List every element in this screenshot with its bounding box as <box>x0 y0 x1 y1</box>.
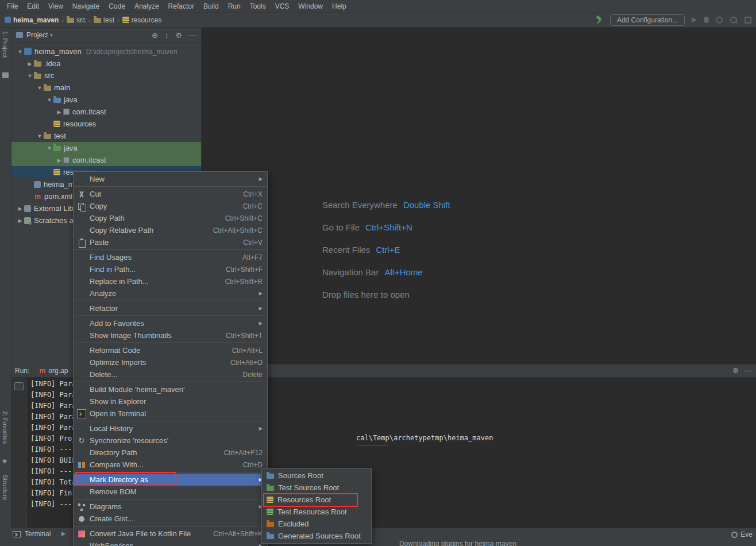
context-menu-item-convert-to-kotlin[interactable]: Convert Java File to Kotlin File Ctrl+Al… <box>74 528 267 540</box>
tree-item-idea[interactable]: ▶ .idea <box>11 57 201 70</box>
build-hammer-icon[interactable] <box>594 16 603 25</box>
breadcrumb-test[interactable]: test <box>94 16 114 24</box>
menu-run[interactable]: Run <box>223 2 245 10</box>
event-log-button[interactable]: Eve <box>731 530 753 539</box>
submenu-item-sources-root[interactable]: Sources Root <box>262 470 371 482</box>
menu-window[interactable]: Window <box>294 2 327 10</box>
context-menu-item-analyze[interactable]: Analyze ▶ <box>74 287 267 299</box>
menu-vcs[interactable]: VCS <box>271 2 294 10</box>
collapse-icon[interactable]: ▶ <box>16 218 24 224</box>
expand-icon[interactable]: ▼ <box>36 133 44 139</box>
tree-item-test[interactable]: ▼ test <box>11 130 201 142</box>
collapse-icon[interactable]: ▶ <box>55 157 63 163</box>
submenu-item-generated-sources-root[interactable]: Generated Sources Root <box>262 530 371 542</box>
context-menu-item-copy-path[interactable]: Copy Path Ctrl+Shift+C <box>74 212 267 224</box>
context-menu-item-refactor[interactable]: Refactor ▶ <box>74 302 267 314</box>
tree-item-resources-main[interactable]: resources <box>11 118 201 130</box>
status-message: Downloading plugins for heima-maven <box>399 540 516 546</box>
menu-navigate[interactable]: Navigate <box>68 2 104 10</box>
tab-structure-toolwindow[interactable]: Structure <box>2 475 9 501</box>
menu-refactor[interactable]: Refactor <box>164 2 199 10</box>
tree-item-com-itcast-test[interactable]: ▶ com.itcast <box>11 154 201 166</box>
context-menu-item-show-image-thumbnails[interactable]: Show Image Thumbnails Ctrl+Shift+T <box>74 329 267 341</box>
menu-build[interactable]: Build <box>199 2 223 10</box>
context-menu-item-copy[interactable]: Copy Ctrl+C <box>74 200 267 212</box>
context-menu-item-find-usages[interactable]: Find Usages Alt+F7 <box>74 251 267 263</box>
context-menu-item-webservices[interactable]: WebServices ▶ <box>74 540 267 546</box>
context-menu-item-directory-path[interactable]: Directory Path Ctrl+Alt+F12 <box>74 447 267 459</box>
expand-icon[interactable]: ▼ <box>45 145 53 151</box>
context-menu-item-synchronize[interactable]: ↻ Synchronize 'resources' <box>74 435 267 447</box>
collapse-all-icon[interactable]: ↕ <box>165 31 169 40</box>
context-menu-item-open-in-terminal[interactable]: Open in Terminal <box>74 407 267 420</box>
context-menu-item-local-history[interactable]: Local History ▶ <box>74 422 267 435</box>
context-menu-item-replace-in-path[interactable]: Replace in Path... Ctrl+Shift+R <box>74 275 267 287</box>
menu-file[interactable]: File <box>2 2 22 10</box>
context-menu-item-mark-directory-as[interactable]: Mark Directory as ▶ <box>74 474 267 486</box>
expand-icon[interactable]: ▼ <box>16 49 24 55</box>
debug-icon[interactable] <box>704 17 709 23</box>
menu-edit[interactable]: Edit <box>22 2 44 10</box>
context-menu-item-reformat-code[interactable]: Reformat Code Ctrl+Alt+L <box>74 344 267 356</box>
run-icon[interactable] <box>692 17 697 23</box>
context-menu-item-diagrams[interactable]: Diagrams ▶ <box>74 501 267 513</box>
hide-panel-icon[interactable]: — <box>189 31 196 40</box>
rerun-icon[interactable] <box>14 382 24 390</box>
hide-panel-icon[interactable]: — <box>745 367 751 375</box>
context-menu-item-new[interactable]: New ▶ <box>74 173 267 185</box>
menu-analyze[interactable]: Analyze <box>130 2 164 10</box>
collapse-icon[interactable]: ▶ <box>16 206 24 212</box>
tree-item-java-main[interactable]: ▼ java <box>11 94 201 106</box>
tree-item-src[interactable]: ▼ src <box>11 70 201 82</box>
menu-view[interactable]: View <box>44 2 68 10</box>
context-menu-item-show-in-explorer[interactable]: Show in Explorer <box>74 395 267 407</box>
expand-icon[interactable]: ▼ <box>26 73 34 79</box>
coverage-icon[interactable] <box>716 17 723 24</box>
gear-icon[interactable]: ⚙ <box>732 367 739 375</box>
context-menu-item-optimize-imports[interactable]: Optimize Imports Ctrl+Alt+O <box>74 356 267 368</box>
context-menu-item-find-in-path[interactable]: Find in Path... Ctrl+Shift+F <box>74 263 267 275</box>
collapse-icon[interactable]: ▶ <box>55 109 63 115</box>
menu-tools[interactable]: Tools <box>245 2 271 10</box>
project-tab-icon <box>2 72 9 78</box>
paste-icon <box>77 238 86 247</box>
context-menu-item-delete[interactable]: Delete... Delete <box>74 368 267 380</box>
context-menu-item-paste[interactable]: Paste Ctrl+V <box>74 236 267 248</box>
breadcrumb-project[interactable]: heima_maven <box>5 16 59 24</box>
expand-icon[interactable]: ▼ <box>45 97 53 103</box>
context-menu-item-copy-relative-path[interactable]: Copy Relative Path Ctrl+Alt+Shift+C <box>74 224 267 236</box>
submenu-item-resources-root[interactable]: Resources Root <box>262 494 371 506</box>
submenu-item-test-resources-root[interactable]: Test Resources Root <box>262 506 371 518</box>
tab-favorites-toolwindow[interactable]: 2: Favorites <box>2 411 9 444</box>
project-path: D:\ideaprojects\heima_maven <box>86 48 178 56</box>
submenu-item-excluded[interactable]: Excluded <box>262 518 371 530</box>
menu-code[interactable]: Code <box>104 2 130 10</box>
submenu-item-test-sources-root[interactable]: Test Sources Root <box>262 482 371 494</box>
context-menu-item-compare-with[interactable]: Compare With... Ctrl+D <box>74 459 267 471</box>
package-icon <box>63 157 70 163</box>
context-menu-item-cut[interactable]: Cut Ctrl+X <box>74 188 267 200</box>
breadcrumb-resources[interactable]: resources <box>122 16 162 24</box>
collapse-icon[interactable]: ▶ <box>26 61 34 67</box>
add-configuration-button[interactable]: Add Configuration... <box>610 14 685 26</box>
breadcrumb-src[interactable]: src <box>67 16 86 24</box>
tree-item-java-test[interactable]: ▼ java <box>11 142 201 154</box>
tree-item-main[interactable]: ▼ main <box>11 82 201 94</box>
expand-icon[interactable]: ▼ <box>36 85 44 91</box>
context-menu-item-create-gist[interactable]: Create Gist... <box>74 513 267 525</box>
tree-item-com-itcast-main[interactable]: ▶ com.itcast <box>11 106 201 118</box>
context-menu-item-add-to-favorites[interactable]: Add to Favorites ▶ <box>74 317 267 329</box>
menu-help[interactable]: Help <box>327 2 351 10</box>
locate-icon[interactable]: ⊕ <box>152 31 158 40</box>
tool-box-icon[interactable] <box>745 17 751 24</box>
search-icon[interactable] <box>730 16 738 24</box>
project-view-selector[interactable]: Project <box>26 31 48 39</box>
tab-terminal-toolwindow[interactable]: Terminal <box>13 530 65 538</box>
gear-icon[interactable]: ⚙ <box>175 31 182 40</box>
tree-item-root[interactable]: ▼ heima_maven D:\ideaprojects\heima_mave… <box>11 45 201 57</box>
context-menu-item-build-module[interactable]: Build Module 'heima_maven' <box>74 383 267 395</box>
chevron-down-icon: ▾ <box>50 32 53 38</box>
context-menu-item-remove-bom[interactable]: Remove BOM <box>74 486 267 498</box>
tab-project-toolwindow[interactable]: 1: Project <box>2 31 9 57</box>
run-tab[interactable]: m org.ap <box>38 367 68 375</box>
